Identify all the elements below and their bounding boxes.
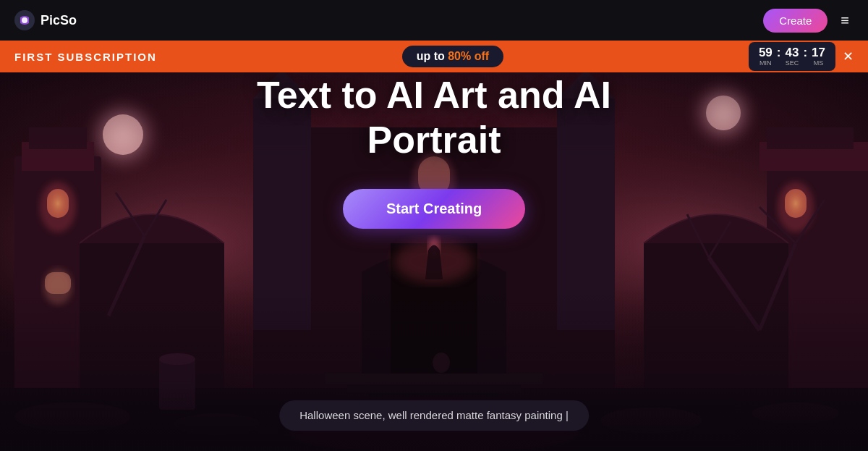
promo-right: 59 Min : 43 Sec : 17 MS ✕ xyxy=(749,42,854,71)
svg-rect-18 xyxy=(80,243,224,446)
svg-line-44 xyxy=(709,258,760,330)
svg-rect-53 xyxy=(159,359,195,410)
prompt-text: Halloween scene, well rendered matte fan… xyxy=(299,409,569,421)
promo-left-text: FIRST SUBSCRIPTION xyxy=(14,51,157,63)
svg-point-24 xyxy=(428,237,440,257)
svg-point-1 xyxy=(22,17,27,23)
hero-title-line2: Portrait xyxy=(367,119,501,161)
svg-point-41 xyxy=(174,413,260,435)
start-creating-button[interactable]: Start Creating xyxy=(343,189,525,229)
svg-line-50 xyxy=(109,236,145,316)
promo-offer-badge: up to 80% off xyxy=(402,46,503,67)
promo-discount: 80% off xyxy=(448,50,489,62)
svg-rect-35 xyxy=(644,243,788,446)
svg-rect-38 xyxy=(347,384,521,393)
seconds-value: 43 xyxy=(785,46,799,59)
countdown-minutes: 59 Min xyxy=(759,46,773,67)
countdown-ms: 17 MS xyxy=(812,46,825,67)
countdown-seconds: 43 Sec xyxy=(785,46,799,67)
svg-point-54 xyxy=(159,353,195,365)
logo-area: PicSo xyxy=(14,10,77,30)
svg-point-16 xyxy=(43,269,72,305)
svg-rect-39 xyxy=(369,393,499,400)
countdown-sep-1: : xyxy=(777,46,781,67)
nav-right: Create ≡ xyxy=(763,8,854,33)
navbar: PicSo Create ≡ xyxy=(0,0,868,41)
countdown-sep-2: : xyxy=(803,46,807,67)
countdown-timer: 59 Min : 43 Sec : 17 MS xyxy=(749,42,835,71)
svg-rect-37 xyxy=(326,374,542,384)
svg-rect-17 xyxy=(45,272,71,294)
ms-value: 17 xyxy=(812,46,825,59)
svg-point-55 xyxy=(433,353,450,373)
hero-title: Text to AI Art and AI Portrait xyxy=(257,72,611,163)
promo-banner: FIRST SUBSCRIPTION up to 80% off 59 Min … xyxy=(0,41,868,72)
logo-icon xyxy=(14,10,35,30)
hero-title-line1: Text to AI Art and AI xyxy=(257,74,611,116)
hero-content: Text to AI Art and AI Portrait Start Cre… xyxy=(0,72,868,229)
close-banner-button[interactable]: ✕ xyxy=(843,50,854,63)
create-button[interactable]: Create xyxy=(763,9,827,33)
seconds-label: Sec xyxy=(786,59,799,67)
svg-line-45 xyxy=(760,243,796,330)
hero-section: Text to AI Art and AI Portrait Start Cre… xyxy=(0,41,868,451)
svg-point-43 xyxy=(752,402,839,424)
minutes-label: Min xyxy=(760,59,772,67)
logo-text: PicSo xyxy=(41,13,77,28)
hamburger-icon[interactable]: ≡ xyxy=(836,8,854,33)
svg-point-40 xyxy=(14,402,130,431)
prompt-bar: Halloween scene, well rendered matte fan… xyxy=(279,400,589,431)
ms-label: MS xyxy=(814,59,824,67)
promo-up-to: up to xyxy=(417,50,448,62)
svg-point-42 xyxy=(600,408,702,434)
minutes-value: 59 xyxy=(759,46,773,59)
svg-point-21 xyxy=(394,240,474,283)
